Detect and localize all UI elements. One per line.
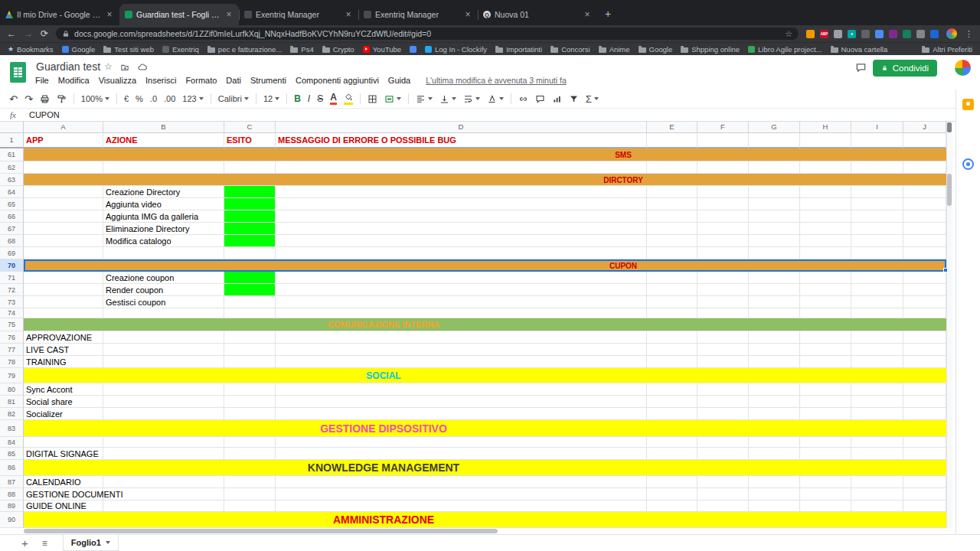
italic-button[interactable]: I <box>308 94 310 103</box>
band-61[interactable]: SMS <box>24 148 946 161</box>
cell-I80[interactable] <box>851 383 903 396</box>
cell-H78[interactable] <box>800 356 851 368</box>
cell-E89[interactable] <box>647 500 697 512</box>
cell-A66[interactable] <box>24 210 103 223</box>
horizontal-align-button[interactable] <box>416 94 433 104</box>
bookmark-item[interactable]: YouTube <box>363 45 401 54</box>
cell-C76[interactable] <box>224 331 276 344</box>
cell-F82[interactable] <box>697 408 749 420</box>
cell-A77[interactable]: LIVE CAST <box>24 344 103 356</box>
menu-inserisci[interactable]: Inserisci <box>145 76 176 85</box>
cell-F76[interactable] <box>697 331 749 344</box>
cell-C78[interactable] <box>224 356 276 368</box>
column-header-C[interactable]: C <box>224 122 276 133</box>
cell-G72[interactable] <box>749 284 800 296</box>
cell-J65[interactable] <box>903 198 946 210</box>
row-header-86[interactable]: 86 <box>0 460 24 476</box>
star-document-icon[interactable]: ☆ <box>104 62 113 71</box>
cell-J1[interactable] <box>903 133 946 148</box>
browser-tab[interactable]: QNuova 01× <box>478 4 597 25</box>
cell-H84[interactable] <box>800 437 851 448</box>
cell-D72[interactable] <box>276 284 647 296</box>
row-header-67[interactable]: 67 <box>0 223 24 235</box>
column-header-G[interactable]: G <box>749 122 800 133</box>
cell-H88[interactable] <box>800 488 851 500</box>
extension-gray-3-icon[interactable] <box>916 30 925 38</box>
cell-C88[interactable] <box>224 488 276 500</box>
cell-J69[interactable] <box>903 247 946 259</box>
cell-D81[interactable] <box>276 396 647 408</box>
cell-A87[interactable]: CALENDARIO <box>24 476 103 488</box>
cell-G67[interactable] <box>749 223 800 235</box>
cell-I81[interactable] <box>851 396 903 408</box>
cell-D68[interactable] <box>276 235 647 247</box>
cell-H64[interactable] <box>800 186 851 198</box>
bookmark-item[interactable]: Crypto <box>322 45 354 54</box>
cell-A71[interactable] <box>24 272 103 284</box>
cell-C72[interactable] <box>224 284 276 296</box>
cell-A73[interactable] <box>24 296 103 308</box>
row-header-85[interactable]: 85 <box>0 448 24 460</box>
row-header-89[interactable]: 89 <box>0 500 24 512</box>
cell-F69[interactable] <box>697 247 749 259</box>
cell-G88[interactable] <box>749 488 800 500</box>
cell-C65[interactable] <box>224 198 276 210</box>
cell-C71[interactable] <box>224 272 276 284</box>
cell-D87[interactable] <box>276 476 647 488</box>
extension-blue-2-icon[interactable] <box>930 30 939 38</box>
cell-F1[interactable] <box>697 133 749 148</box>
cell-E88[interactable] <box>647 488 697 500</box>
cell-D82[interactable] <box>276 408 647 420</box>
cell-G81[interactable] <box>749 396 800 408</box>
cell-J62[interactable] <box>903 161 946 174</box>
bookmark-page-star-icon[interactable]: ☆ <box>785 29 792 39</box>
cell-G66[interactable] <box>749 210 800 223</box>
browser-tab[interactable]: Exentriq Manager× <box>358 4 478 25</box>
back-icon[interactable]: ← <box>7 29 16 38</box>
bookmark-item[interactable]: Exentriq <box>162 45 199 54</box>
cell-E68[interactable] <box>647 235 697 247</box>
cell-B87[interactable] <box>103 476 224 488</box>
cell-B77[interactable] <box>103 344 224 356</box>
cell-E80[interactable] <box>647 383 697 396</box>
row-header-78[interactable]: 78 <box>0 356 24 368</box>
row-header-72[interactable]: 72 <box>0 284 24 296</box>
cell-J88[interactable] <box>903 488 946 500</box>
address-bar[interactable]: docs.google.com/spreadsheets/d/1ZZif0mIe… <box>56 28 799 40</box>
cell-E65[interactable] <box>647 198 697 210</box>
column-header-A[interactable]: A <box>24 122 103 133</box>
cell-I78[interactable] <box>851 356 903 368</box>
cell-I71[interactable] <box>851 272 903 284</box>
row-header-73[interactable]: 73 <box>0 296 24 308</box>
vertical-scrollbar-thumb[interactable] <box>947 174 952 206</box>
extension-orange-icon[interactable] <box>806 30 815 38</box>
cell-H77[interactable] <box>800 344 851 356</box>
cell-H74[interactable] <box>800 308 851 318</box>
row-header-70[interactable]: 70 <box>0 259 24 272</box>
bookmark-item[interactable]: Google <box>639 45 673 54</box>
cell-E64[interactable] <box>647 186 697 198</box>
cell-H76[interactable] <box>800 331 851 344</box>
cell-B69[interactable] <box>103 247 224 259</box>
column-header-J[interactable]: J <box>903 122 946 133</box>
cell-J68[interactable] <box>903 235 946 247</box>
cell-G65[interactable] <box>749 198 800 210</box>
paint-format-icon[interactable] <box>57 94 67 104</box>
tab-close-icon[interactable]: × <box>105 9 114 20</box>
cell-B67[interactable]: Eliminazione Directory <box>103 223 224 235</box>
cell-I76[interactable] <box>851 331 903 344</box>
cell-I64[interactable] <box>851 186 903 198</box>
share-button[interactable]: Condividi <box>873 60 937 77</box>
cell-D62[interactable] <box>276 161 647 174</box>
new-tab-button[interactable]: + <box>605 8 611 19</box>
cell-J72[interactable] <box>903 284 946 296</box>
row-header-74[interactable]: 74 <box>0 308 24 318</box>
bookmark-item[interactable]: Shpping online <box>681 45 740 54</box>
row-header-66[interactable]: 66 <box>0 210 24 223</box>
tab-close-icon[interactable]: × <box>224 9 234 20</box>
cell-F73[interactable] <box>697 296 749 308</box>
cell-I77[interactable] <box>851 344 903 356</box>
fill-handle[interactable] <box>943 268 948 272</box>
cell-D74[interactable] <box>276 308 647 318</box>
cell-J89[interactable] <box>903 500 946 512</box>
